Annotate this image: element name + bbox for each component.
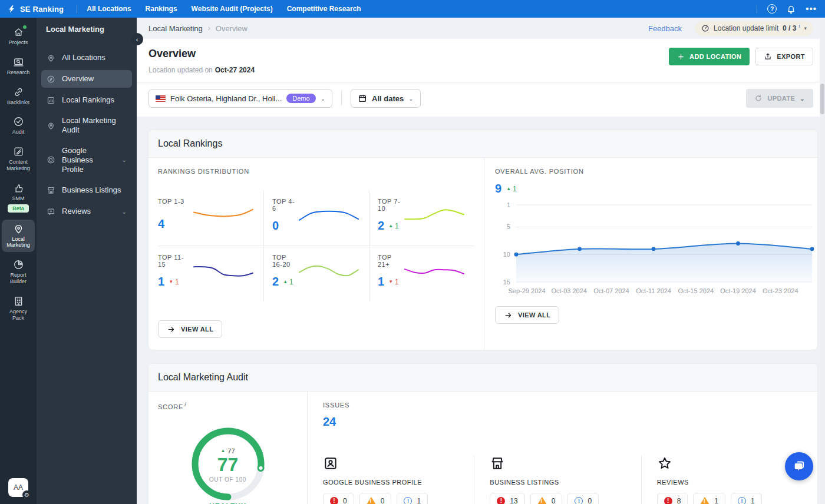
sparkline (297, 204, 361, 227)
score-status: HEALTHY (184, 502, 272, 504)
errors-badge[interactable]: !0 (323, 493, 354, 504)
sidebar-item-business-listings[interactable]: Business Listings (41, 181, 132, 199)
refresh-icon (754, 94, 763, 102)
tile-top-21-plus[interactable]: TOP 21+ 1 ▼1 (369, 246, 474, 301)
tile-top-16-20[interactable]: TOP 16-20 2 ▲1 (263, 246, 369, 301)
svg-text:15: 15 (503, 278, 510, 286)
calendar-icon (358, 94, 367, 103)
notices-badge[interactable]: !1 (731, 493, 762, 504)
sidebar-item-google-business-profile[interactable]: Google Business Profile ⌄ (41, 142, 132, 178)
scrollbar-thumb[interactable] (820, 84, 824, 114)
limit-value: 0 / 3 (783, 24, 796, 32)
audit-score-panel: SCOREi ▲77 77 OUT OF 100 (148, 392, 308, 504)
add-location-button[interactable]: ADD LOCATION (669, 48, 750, 65)
nav-competitive-research[interactable]: Competitive Research (287, 5, 361, 13)
breadcrumb-parent[interactable]: Local Marketing (148, 24, 203, 33)
rail-item-research[interactable]: Research (2, 53, 35, 79)
chat-bubble-icon (792, 459, 806, 473)
avg-position-value: 9 (495, 182, 501, 195)
rail-item-audit[interactable]: Audit (2, 112, 35, 139)
nav-website-audit[interactable]: Website Audit (Projects) (192, 5, 273, 13)
audit-section-reviews: REVIEWS !8 1 !1 (641, 456, 808, 504)
link-icon (13, 87, 24, 98)
map-pin-icon (13, 223, 24, 234)
edit-icon (13, 146, 24, 157)
warnings-badge[interactable]: 1 (693, 493, 725, 504)
arrow-right-icon (167, 326, 176, 333)
breadcrumb-bar: Local Marketing › Overview Feedback Loca… (137, 18, 825, 39)
divider (341, 91, 342, 105)
errors-badge[interactable]: !13 (490, 493, 524, 504)
rankings-view-all-button[interactable]: VIEW ALL (158, 320, 222, 338)
arrow-up-icon: ▲ (283, 279, 288, 284)
us-flag-icon (156, 95, 166, 102)
more-menu-icon[interactable]: ••• (806, 6, 817, 12)
rail-item-backlinks[interactable]: Backlinks (2, 83, 35, 110)
se-ranking-logo[interactable]: SE Ranking (7, 5, 64, 14)
warnings-badge[interactable]: 0 (530, 493, 563, 504)
notices-badge[interactable]: !0 (567, 493, 599, 504)
date-range-select[interactable]: All dates ⌄ (351, 89, 421, 108)
info-superscript: i (184, 402, 186, 407)
chevron-down-icon: ⌄ (800, 95, 805, 102)
location-update-limit[interactable]: Location update limit 0 / 3 i ▾ (695, 21, 813, 36)
local-marketing-sidebar: Local Marketing ‹ All Locations Overview… (37, 18, 137, 504)
notices-badge[interactable]: !1 (397, 493, 428, 504)
arrow-down-icon: ▼ (388, 279, 393, 284)
updated-date: Oct-27 2024 (215, 66, 255, 74)
rail-item-report-builder[interactable]: Report Builder (2, 256, 35, 289)
tile-top-4-6[interactable]: TOP 4-6 0 (263, 190, 369, 246)
arrow-right-icon (504, 311, 513, 319)
rankings-distribution-panel: RANKINGS DISTRIBUTION TOP 1-3 4 TOP 4-6 … (148, 158, 484, 350)
tile-top-1-3[interactable]: TOP 1-3 4 (158, 190, 263, 246)
help-icon[interactable]: ? (767, 4, 777, 14)
avg-position-panel: OVERALL AVG. POSITION 9 ▲1 151015Sep-29 … (484, 158, 817, 350)
tile-top-11-15[interactable]: TOP 11-15 1 ▼1 (158, 246, 263, 301)
avatar[interactable]: AA ⚙ (8, 478, 28, 497)
contact-card-icon (323, 456, 467, 471)
top-navigation-bar: SE Ranking All Locations Rankings Websit… (0, 0, 825, 18)
errors-badge[interactable]: !8 (657, 493, 688, 504)
compass-icon (47, 75, 55, 84)
delta-up: ▲1 (388, 222, 399, 230)
section-label: OVERALL AVG. POSITION (495, 168, 808, 175)
sidebar-item-all-locations[interactable]: All Locations (41, 49, 132, 67)
error-icon: ! (330, 497, 338, 504)
sidebar-item-local-rankings[interactable]: Local Rankings (41, 91, 132, 109)
google-icon (47, 155, 55, 164)
sidebar-item-local-marketing-audit[interactable]: Local Marketing Audit (41, 112, 132, 139)
svg-text:Oct-07 2024: Oct-07 2024 (593, 287, 629, 294)
rail-item-agency-pack[interactable]: Agency Pack (2, 292, 35, 325)
rail-item-projects[interactable]: Projects (2, 23, 35, 49)
export-button[interactable]: EXPORT (755, 48, 813, 65)
star-icon (657, 456, 801, 471)
sidebar-item-reviews[interactable]: Reviews ⌄ (41, 203, 132, 220)
avg-position-view-all-button[interactable]: VIEW ALL (495, 306, 559, 324)
scrollbar-track[interactable] (820, 18, 825, 504)
sidebar-item-overview[interactable]: Overview (41, 70, 132, 88)
gear-icon[interactable]: ⚙ (22, 490, 31, 499)
chat-widget-button[interactable] (785, 452, 813, 480)
nav-all-locations[interactable]: All Locations (87, 5, 131, 13)
warnings-badge[interactable]: 0 (359, 493, 392, 504)
rail-item-local-marketing[interactable]: Local Marketing (2, 220, 35, 253)
nav-rankings[interactable]: Rankings (146, 5, 177, 13)
update-button[interactable]: UPDATE ⌄ (746, 89, 813, 108)
svg-text:Oct-19 2024: Oct-19 2024 (720, 287, 756, 294)
avg-position-chart[interactable]: 151015Sep-29 2024Oct-03 2024Oct-07 2024O… (495, 199, 808, 298)
svg-text:10: 10 (503, 251, 510, 258)
sidebar-collapse-button[interactable]: ‹ (131, 33, 143, 45)
notifications-bell-icon[interactable] (787, 5, 796, 14)
local-rankings-card: Local Rankings RANKINGS DISTRIBUTION TOP… (148, 130, 818, 350)
check-circle-icon (13, 116, 24, 127)
building-icon (13, 296, 24, 307)
tile-top-7-10[interactable]: TOP 7-10 2 ▲1 (369, 190, 474, 246)
page-header: Overview Location updated onOct-27 2024 … (137, 39, 825, 82)
svg-text:1: 1 (507, 201, 510, 208)
score-label: SCOREi (158, 402, 298, 410)
feedback-link[interactable]: Feedback (648, 24, 682, 33)
rail-item-content-marketing[interactable]: Content Marketing (2, 142, 35, 175)
audit-issues-panel: ISSUES 24 GOOGLE BUSINESS PROFILE !0 0 !… (308, 392, 817, 504)
rail-item-smm[interactable]: SMM Beta (2, 179, 35, 216)
location-select[interactable]: Folk Osteria, Highland Dr., Holl... Demo… (148, 89, 332, 108)
